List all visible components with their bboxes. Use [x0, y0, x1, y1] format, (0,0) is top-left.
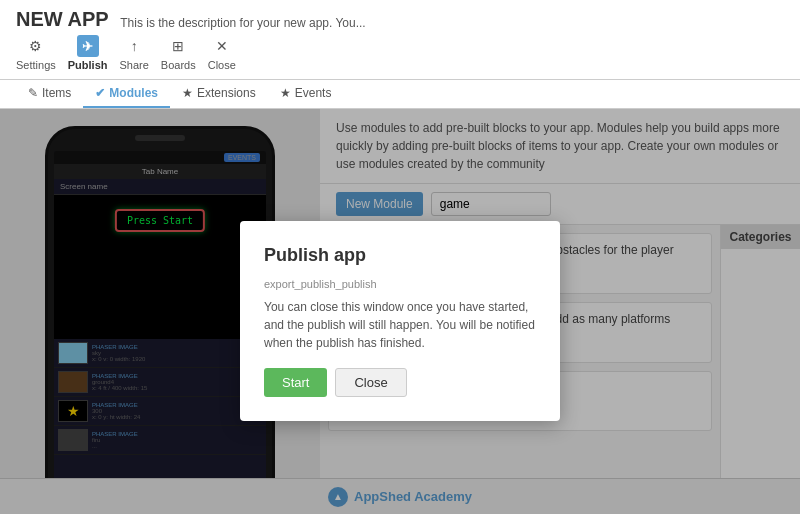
- tab-extensions[interactable]: ★ Extensions: [170, 80, 268, 108]
- publish-modal: Publish app export_publish_publish You c…: [240, 221, 560, 421]
- app-description: This is the description for your new app…: [120, 16, 365, 30]
- boards-button[interactable]: ⊞ Boards: [161, 35, 196, 71]
- modal-body-text: You can close this window once you have …: [264, 298, 536, 352]
- publish-label: Publish: [68, 59, 108, 71]
- tab-items[interactable]: ✎ Items: [16, 80, 83, 108]
- close-icon: ✕: [211, 35, 233, 57]
- modal-title: Publish app: [264, 245, 536, 266]
- share-button[interactable]: ↑ Share: [119, 35, 148, 71]
- tab-items-icon: ✎: [28, 86, 38, 100]
- header-title-block: NEW APP This is the description for your…: [16, 8, 784, 71]
- share-label: Share: [119, 59, 148, 71]
- tab-events[interactable]: ★ Events: [268, 80, 344, 108]
- app-header: NEW APP This is the description for your…: [0, 0, 800, 80]
- tab-events-icon: ★: [280, 86, 291, 100]
- main-area: EVENTS Tab Name Screen name Press Start …: [0, 109, 800, 514]
- tabs-row: ✎ Items ✔ Modules ★ Extensions ★ Events: [0, 80, 800, 109]
- boards-label: Boards: [161, 59, 196, 71]
- tab-modules[interactable]: ✔ Modules: [83, 80, 170, 108]
- boards-icon: ⊞: [167, 35, 189, 57]
- tab-events-label: Events: [295, 86, 332, 100]
- share-icon: ↑: [123, 35, 145, 57]
- modal-close-button[interactable]: Close: [335, 368, 406, 397]
- modal-start-button[interactable]: Start: [264, 368, 327, 397]
- modal-actions: Start Close: [264, 368, 536, 397]
- settings-button[interactable]: ⚙ Settings: [16, 35, 56, 71]
- close-button[interactable]: ✕ Close: [208, 35, 236, 71]
- tab-extensions-label: Extensions: [197, 86, 256, 100]
- tab-modules-label: Modules: [109, 86, 158, 100]
- tab-items-label: Items: [42, 86, 71, 100]
- modal-export-key: export_publish_publish: [264, 278, 536, 290]
- publish-icon: ✈: [77, 35, 99, 57]
- close-label: Close: [208, 59, 236, 71]
- app-title: NEW APP: [16, 8, 109, 30]
- header-actions: ⚙ Settings ✈ Publish ↑ Share ⊞ Boards ✕ …: [16, 35, 784, 71]
- modal-overlay: Publish app export_publish_publish You c…: [0, 109, 800, 514]
- tab-extensions-icon: ★: [182, 86, 193, 100]
- publish-button[interactable]: ✈ Publish: [68, 35, 108, 71]
- settings-icon: ⚙: [25, 35, 47, 57]
- settings-label: Settings: [16, 59, 56, 71]
- tab-modules-icon: ✔: [95, 86, 105, 100]
